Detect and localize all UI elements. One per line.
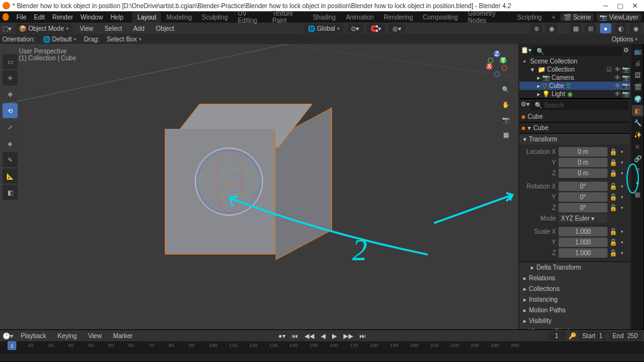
location-y-field[interactable]: 0 m [558, 158, 608, 167]
editor-type-icon[interactable]: ⬚▾ [3, 25, 11, 32]
current-frame[interactable]: 1 [547, 331, 566, 341]
anim-scale-x[interactable]: • [618, 228, 626, 236]
next-keyframe[interactable]: ▶▶ [341, 331, 356, 341]
tool-rotate[interactable]: ⟲ [3, 103, 18, 118]
tab-geonodes[interactable]: Geometry Nodes [463, 8, 512, 26]
anim-location-z[interactable]: • [618, 169, 626, 178]
tool-select[interactable]: ▭ [3, 54, 18, 69]
xray-toggle[interactable]: ▦ [570, 23, 581, 33]
shading-material[interactable]: ◐ [615, 23, 626, 33]
lock-location-z[interactable]: 🔒 [609, 169, 618, 178]
tool-measure[interactable]: 📐 [3, 168, 18, 184]
orientation-gizmo[interactable]: Y Z X [482, 49, 512, 79]
menu-add[interactable]: Add [130, 24, 148, 33]
menu-file[interactable]: File [13, 13, 30, 22]
zoom-gizmo[interactable]: 🔍 [499, 83, 512, 96]
panel-instancing[interactable]: ▸Instancing [519, 294, 630, 305]
outliner-type-icon[interactable]: 📋▾ [521, 47, 531, 56]
lock-scale-z[interactable]: 🔓 [609, 249, 618, 258]
tab-sculpting[interactable]: Sculpting [197, 12, 233, 23]
minimize-button[interactable]: ─ [603, 2, 608, 10]
jump-start[interactable]: ⏮ [289, 331, 301, 341]
anim-location-y[interactable]: • [618, 158, 626, 167]
menu-select[interactable]: Select [101, 24, 126, 33]
timeline-marker[interactable]: Marker [109, 331, 136, 341]
panel-visibility[interactable]: ▸Visibility [519, 315, 630, 326]
tab-shading[interactable]: Shading [308, 12, 341, 23]
lock-scale-x[interactable]: 🔓 [609, 228, 618, 236]
tab-world[interactable]: 🌍 [632, 93, 643, 104]
outliner-search[interactable]: 🔍 [533, 47, 622, 56]
tab-modeling[interactable]: Modeling [161, 12, 197, 23]
tab-scripting[interactable]: Scripting [512, 12, 547, 23]
scene-selector[interactable]: 🎬 Scene [560, 13, 594, 21]
overlay-toggle[interactable]: ◉ [546, 23, 557, 33]
tab-render[interactable]: 📺 [632, 45, 643, 57]
menu-render[interactable]: Render [48, 13, 77, 22]
menu-help[interactable]: Help [107, 13, 128, 22]
menu-view[interactable]: View [76, 24, 97, 33]
menu-window[interactable]: Window [77, 13, 107, 22]
3d-viewport[interactable]: ✦ User Perspective (1) Collection | Cube… [0, 44, 518, 329]
render-icon[interactable]: 📷 [622, 82, 629, 89]
lock-rotation-x[interactable]: 🔓 [609, 182, 618, 191]
anim-rotation-y[interactable]: • [618, 193, 626, 202]
render-icon[interactable]: 📷 [622, 90, 629, 97]
eye-icon[interactable]: 👁 [614, 82, 621, 89]
props-type-icon[interactable]: ⚙▾ [521, 101, 530, 110]
rotation-gizmo[interactable]: ✦ [195, 148, 264, 217]
scale-y-field[interactable]: 1.000 [558, 238, 608, 247]
tab-modifiers[interactable]: 🔧 [632, 117, 643, 128]
panel-viewport-display[interactable]: ▸Viewport Display [519, 326, 630, 329]
eye-icon[interactable]: 👁 [614, 74, 621, 81]
start-frame[interactable]: Start 1 [579, 331, 606, 341]
tool-scale[interactable]: ⤢ [3, 119, 18, 134]
tab-texturepaint[interactable]: Texture Paint [267, 8, 308, 26]
pivot-dropdown[interactable]: ⊙▾ [347, 24, 363, 33]
tool-addcube[interactable]: ◧ [3, 185, 18, 200]
outliner-scene[interactable]: ▪Scene Collection [519, 57, 630, 65]
outliner-cube[interactable]: ▸▽Cube▽ 👁📷 [519, 82, 630, 90]
location-z-field[interactable]: 0 m [558, 168, 608, 178]
tool-annotate[interactable]: ✎ [3, 152, 18, 167]
persp-gizmo[interactable]: ▦ [499, 128, 512, 141]
tab-rendering[interactable]: Rendering [379, 12, 418, 23]
outliner-camera[interactable]: ▸📷Camera 👁📷 [519, 74, 630, 82]
jump-end[interactable]: ⏭ [357, 331, 369, 341]
render-icon[interactable]: 📷 [622, 74, 629, 81]
tab-physics[interactable]: ⚛ [632, 141, 643, 152]
tab-scene-props[interactable]: 🎬 [632, 81, 643, 92]
pan-gizmo[interactable]: ✋ [499, 98, 512, 111]
lock-scale-y[interactable]: 🔓 [609, 238, 618, 247]
rotation-x-field[interactable]: 0° [558, 182, 608, 191]
tab-output[interactable]: 🖨 [632, 57, 643, 69]
mode-dropdown[interactable]: 📦 Object Mode ▾ [15, 24, 72, 33]
lock-location-x[interactable]: 🔒 [609, 148, 618, 156]
orientation-dropdown[interactable]: 🌐 Default▾ [39, 35, 80, 44]
anim-rotation-z[interactable]: • [618, 204, 626, 212]
timeline-view[interactable]: View [84, 331, 106, 341]
panel-motion-paths[interactable]: ▸Motion Paths [519, 305, 630, 315]
tab-constraints[interactable]: 🔗 [632, 153, 643, 164]
menu-edit[interactable]: Edit [30, 13, 48, 22]
tab-viewlayer[interactable]: 🖼 [632, 69, 643, 80]
panel-relations[interactable]: ▸Relations [519, 273, 630, 283]
autokey-icon[interactable]: 🔑 [569, 332, 576, 339]
tab-particles[interactable]: ✨ [632, 129, 643, 140]
panel-delta-transform[interactable]: ▸Delta Transform [519, 262, 630, 273]
drag-dropdown[interactable]: Select Box▾ [103, 35, 145, 44]
shading-rendered[interactable]: ◉ [630, 23, 641, 33]
tab-add[interactable]: + [547, 12, 560, 23]
render-icon[interactable]: 📷 [622, 66, 629, 73]
tab-texture[interactable]: ▦ [632, 189, 643, 200]
anim-scale-y[interactable]: • [618, 238, 626, 247]
scale-z-field[interactable]: 1.000 [558, 248, 608, 258]
snap-toggle[interactable]: 🧲▾ [367, 24, 385, 33]
eye-icon[interactable]: 👁 [614, 90, 621, 97]
scale-x-field[interactable]: 1.000 [558, 227, 608, 236]
options-dropdown[interactable]: Options▾ [608, 35, 641, 44]
eye-icon[interactable]: 👁 [614, 66, 621, 73]
play[interactable]: ▶ [330, 331, 340, 341]
tab-object[interactable]: ◧ [632, 105, 643, 116]
tab-uvediting[interactable]: UV Editing [233, 8, 267, 26]
